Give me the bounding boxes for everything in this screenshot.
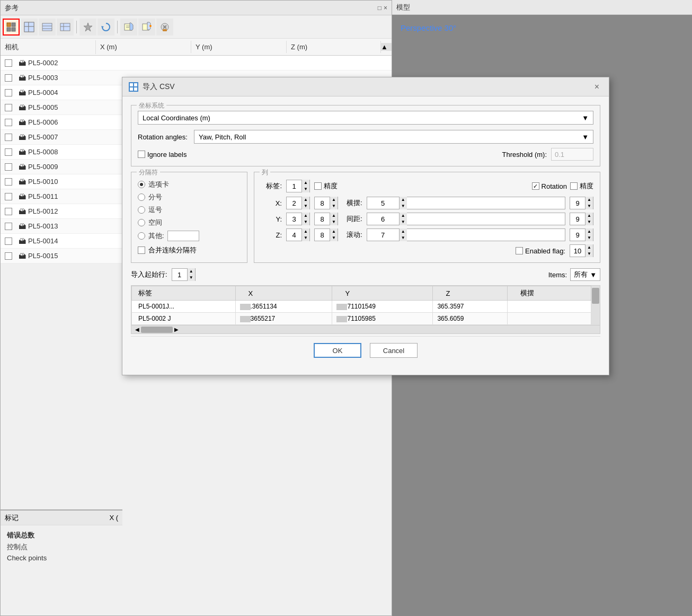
sep-space[interactable]: 空间 <box>138 218 241 227</box>
toolbar-btn-4[interactable] <box>57 19 74 36</box>
camera-checkbox[interactable] <box>1 104 16 111</box>
restore-icon[interactable]: □ <box>378 4 382 12</box>
pitch-p-down[interactable]: ▼ <box>585 219 593 225</box>
y-p-down[interactable]: ▼ <box>330 219 338 225</box>
camera-checkbox[interactable] <box>1 208 16 215</box>
coord-system-dropdown[interactable]: Local Coordinates (m) ▼ <box>138 111 593 125</box>
camera-checkbox[interactable] <box>1 252 16 260</box>
x-up[interactable]: ▲ <box>302 197 309 203</box>
import-start-spinner[interactable]: 1 ▲ ▼ <box>172 268 196 281</box>
tag-up-btn[interactable]: ▲ <box>302 180 309 186</box>
y-down[interactable]: ▼ <box>302 219 309 225</box>
toolbar-btn-1[interactable] <box>3 19 20 36</box>
threshold-input[interactable] <box>551 148 593 161</box>
toolbar-btn-3[interactable] <box>39 19 56 36</box>
camera-checkbox[interactable] <box>1 163 16 171</box>
z-p-up[interactable]: ▲ <box>330 228 338 235</box>
camera-checkbox[interactable] <box>1 193 16 200</box>
sep-other-input[interactable] <box>167 231 199 241</box>
yaw-p-down[interactable]: ▼ <box>585 203 593 209</box>
yaw-down[interactable]: ▼ <box>400 203 407 209</box>
y-p-spinner[interactable]: 8 ▲ ▼ <box>314 213 338 225</box>
z-down[interactable]: ▼ <box>302 235 309 241</box>
y-spinner[interactable]: 3 ▲ ▼ <box>286 213 310 225</box>
svg-rect-2 <box>7 28 11 31</box>
precision-check-1[interactable]: 精度 <box>314 181 338 191</box>
toolbar-btn-8[interactable] <box>138 19 155 36</box>
camera-checkbox[interactable] <box>1 223 16 230</box>
toolbar-btn-6[interactable] <box>97 19 114 36</box>
camera-checkbox[interactable] <box>1 148 16 156</box>
dialog-close-button[interactable]: × <box>591 81 602 93</box>
h-scroll-right[interactable]: ▶ <box>173 327 180 332</box>
pitch-p-spinner[interactable]: 9 ▲ ▼ <box>570 213 593 225</box>
import-start-down[interactable]: ▼ <box>188 275 195 281</box>
toolbar-btn-7[interactable] <box>120 19 137 36</box>
camera-checkbox[interactable] <box>1 74 16 82</box>
camera-checkbox[interactable] <box>1 119 16 126</box>
x-p-down[interactable]: ▼ <box>330 203 338 209</box>
h-scroll-left[interactable]: ◀ <box>134 327 141 332</box>
ref-title: 参考 <box>5 3 19 13</box>
sep-semicolon[interactable]: 分号 <box>138 192 241 202</box>
camera-checkbox[interactable] <box>1 134 16 141</box>
rotation-angles-dropdown[interactable]: Yaw, Pitch, Roll ▼ <box>194 130 593 144</box>
precision-check-2[interactable]: 精度 <box>570 181 593 191</box>
z-p-down[interactable]: ▼ <box>330 235 338 241</box>
pitch-spinner[interactable]: 6 ▲ ▼ <box>367 213 565 225</box>
preview-h-scroll[interactable]: ◀ ▶ <box>131 325 600 333</box>
enabled-up[interactable]: ▲ <box>585 244 593 251</box>
sep-comma[interactable]: 逗号 <box>138 205 241 215</box>
x-p-up[interactable]: ▲ <box>330 197 338 203</box>
roll-p-spinner[interactable]: 9 ▲ ▼ <box>570 228 593 241</box>
table-scroll[interactable]: ▲ <box>381 43 392 51</box>
yaw-spinner[interactable]: 5 ▲ ▼ <box>367 197 565 209</box>
roll-spinner[interactable]: 7 ▲ ▼ <box>367 228 565 241</box>
toolbar-btn-9[interactable] <box>156 19 173 36</box>
camera-checkbox[interactable] <box>1 89 16 96</box>
ignore-labels-checkbox[interactable]: Ignore labels <box>138 151 187 159</box>
model-titlebar: 模型 <box>392 0 692 15</box>
enabled-down[interactable]: ▼ <box>585 251 593 257</box>
yaw-p-spinner[interactable]: 9 ▲ ▼ <box>570 197 593 209</box>
camera-checkbox[interactable] <box>1 178 16 186</box>
y-val: 3 <box>287 213 301 225</box>
sep-other[interactable]: 其他: <box>138 231 241 241</box>
pitch-up[interactable]: ▲ <box>400 213 407 219</box>
toolbar-btn-5[interactable] <box>79 19 96 36</box>
items-dropdown[interactable]: 所有 ▼ <box>570 268 600 281</box>
z-up[interactable]: ▲ <box>302 228 309 235</box>
toolbar-btn-2[interactable] <box>21 19 38 36</box>
yaw-up[interactable]: ▲ <box>400 197 407 203</box>
close-icon[interactable]: × <box>384 4 387 12</box>
y-p-up[interactable]: ▲ <box>330 213 338 219</box>
pitch-p-up[interactable]: ▲ <box>585 213 593 219</box>
import-start-up[interactable]: ▲ <box>188 268 195 275</box>
enabled-flag-checkbox[interactable]: Enabled flag: <box>516 247 565 255</box>
x-spinner[interactable]: 2 ▲ ▼ <box>286 197 310 209</box>
camera-checkbox[interactable] <box>1 59 16 67</box>
camera-checkbox[interactable] <box>1 237 16 245</box>
table-row[interactable]: 🏔 PL5-0002 <box>1 56 392 71</box>
x-p-spinner[interactable]: 8 ▲ ▼ <box>314 197 338 209</box>
yaw-p-up[interactable]: ▲ <box>585 197 593 203</box>
y-up[interactable]: ▲ <box>302 213 309 219</box>
roll-up[interactable]: ▲ <box>400 228 407 235</box>
tag-spinner[interactable]: 1 ▲ ▼ <box>286 180 310 192</box>
roll-down[interactable]: ▼ <box>400 235 407 241</box>
separator-section: 分隔符 选项卡 分号 逗号 <box>131 172 247 263</box>
pitch-down[interactable]: ▼ <box>400 219 407 225</box>
roll-p-up[interactable]: ▲ <box>585 228 593 235</box>
preview-v-scroll[interactable] <box>591 286 600 325</box>
sep-tab[interactable]: 选项卡 <box>138 180 241 189</box>
roll-p-down[interactable]: ▼ <box>585 235 593 241</box>
z-spinner[interactable]: 4 ▲ ▼ <box>286 228 310 241</box>
cancel-button[interactable]: Cancel <box>370 343 418 358</box>
enabled-flag-spinner[interactable]: 10 ▲ ▼ <box>570 244 593 257</box>
ok-button[interactable]: OK <box>314 343 361 358</box>
tag-down-btn[interactable]: ▼ <box>302 186 309 192</box>
rotation-checkbox[interactable]: ✓ Rotation <box>532 182 567 190</box>
x-down[interactable]: ▼ <box>302 203 309 209</box>
merge-separator-checkbox[interactable]: 合并连续分隔符 <box>138 245 241 255</box>
z-p-spinner[interactable]: 8 ▲ ▼ <box>314 228 338 241</box>
